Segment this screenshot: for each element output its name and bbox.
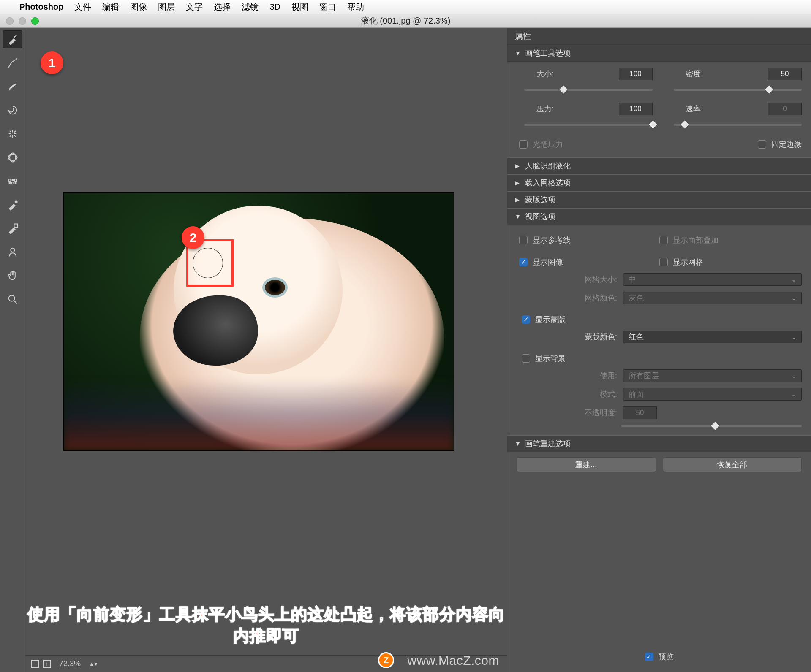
mac-menubar: Photoshop 文件 编辑 图像 图层 文字 选择 滤镜 3D 视图 窗口 … (0, 0, 811, 14)
window-zoom-button[interactable] (31, 17, 39, 25)
checkbox-pin-edges[interactable] (758, 140, 766, 149)
zoom-level[interactable]: 72.3% (55, 659, 85, 668)
label-mesh-size: 网格大小: (562, 274, 617, 285)
document-canvas[interactable] (63, 192, 454, 451)
annotation-marker-1: 1 (41, 51, 63, 74)
menu-filter[interactable]: 滤镜 (242, 1, 259, 13)
menu-file[interactable]: 文件 (74, 1, 91, 13)
menu-help[interactable]: 帮助 (347, 1, 364, 13)
chevron-down-icon: ⌄ (792, 391, 796, 398)
section-recon-header[interactable]: ▼画笔重建选项 (507, 435, 811, 452)
zoom-stepper-icon[interactable]: ▲▼ (89, 661, 98, 667)
section-brush-header[interactable]: ▼画笔工具选项 (507, 45, 811, 62)
checkbox-stylus[interactable] (519, 140, 528, 149)
label-bg-use: 使用: (562, 371, 617, 381)
select-mesh-size: 中⌄ (623, 273, 802, 286)
window-minimize-button[interactable] (19, 17, 26, 25)
chevron-down-icon: ⌄ (792, 295, 796, 301)
svg-rect-7 (14, 182, 16, 184)
label-bg-mode: 模式: (562, 389, 617, 399)
chevron-down-icon: ⌄ (792, 373, 796, 379)
checkbox-show-image[interactable]: ✓ (519, 258, 528, 266)
label-show-mesh: 显示网格 (673, 257, 703, 267)
checkbox-show-mask[interactable]: ✓ (522, 315, 530, 324)
zoom-in-button[interactable]: + (43, 660, 51, 668)
tool-thaw-mask[interactable] (3, 219, 22, 237)
svg-point-10 (11, 248, 14, 252)
svg-rect-2 (8, 179, 11, 181)
watermark-text: www.MacZ.com (407, 653, 499, 668)
menu-type[interactable]: 文字 (186, 1, 203, 13)
tool-zoom[interactable] (3, 290, 22, 308)
watermark-logo-icon: Z (379, 653, 393, 667)
checkbox-preview[interactable]: ✓ (645, 653, 653, 661)
svg-point-8 (14, 201, 17, 203)
checkbox-show-bg[interactable] (522, 354, 530, 363)
input-size[interactable] (619, 68, 653, 80)
tool-face[interactable] (3, 243, 22, 261)
disclosure-right-icon: ▶ (515, 163, 521, 169)
slider-density[interactable] (674, 89, 802, 91)
menu-select[interactable]: 选择 (214, 1, 231, 13)
section-recon-label: 画笔重建选项 (525, 439, 571, 449)
label-mask-color: 蒙版颜色: (562, 332, 617, 342)
section-brush-body: 大小: 密度: 压力: 速率: (507, 62, 811, 157)
section-mask-label: 蒙版选项 (525, 195, 555, 205)
menu-image[interactable]: 图像 (130, 1, 147, 13)
label-size: 大小: (524, 69, 554, 79)
disclosure-right-icon: ▶ (515, 196, 521, 203)
checkbox-show-guides[interactable] (519, 236, 528, 244)
section-mesh-header[interactable]: ▶载入网格选项 (507, 174, 811, 191)
checkbox-show-face-overlay (659, 236, 668, 244)
section-face-header[interactable]: ▶人脸识别液化 (507, 157, 811, 174)
window-title: 液化 (001.jpg @ 72.3%) (361, 15, 451, 27)
section-view-header[interactable]: ▼视图选项 (507, 208, 811, 225)
window-close-button[interactable] (6, 17, 14, 25)
section-mask-header[interactable]: ▶蒙版选项 (507, 191, 811, 208)
label-mesh-color: 网格颜色: (562, 293, 617, 303)
label-show-guides: 显示参考线 (533, 235, 571, 245)
chevron-down-icon: ⌄ (792, 276, 796, 283)
tool-bloat[interactable] (3, 149, 22, 166)
label-show-image: 显示图像 (533, 257, 563, 267)
menu-3d[interactable]: 3D (269, 2, 280, 12)
menu-view[interactable]: 视图 (291, 1, 308, 13)
menu-layer[interactable]: 图层 (158, 1, 175, 13)
tool-forward-warp[interactable] (3, 30, 22, 48)
section-view-body: 显示参考线 显示面部叠加 ✓显示图像 显示网格 网格大小:中⌄ 网格颜色:灰色⌄… (507, 225, 811, 435)
slider-size[interactable] (524, 89, 653, 91)
tool-reconstruct[interactable] (3, 54, 22, 72)
properties-panel: 属性 ▼画笔工具选项 大小: 密度: 压力: (507, 28, 811, 672)
restore-all-button[interactable]: 恢复全部 (663, 457, 802, 472)
section-mesh-label: 载入网格选项 (525, 178, 571, 188)
svg-point-11 (8, 295, 14, 301)
section-brush-label: 画笔工具选项 (525, 48, 571, 58)
tool-twirl[interactable] (3, 101, 22, 119)
disclosure-right-icon: ▶ (515, 179, 521, 186)
label-density: 密度: (674, 69, 703, 79)
label-preview: 预览 (659, 652, 674, 662)
menu-edit[interactable]: 编辑 (102, 1, 119, 13)
input-pressure[interactable] (619, 103, 653, 115)
section-view-label: 视图选项 (525, 211, 555, 222)
tool-freeze-mask[interactable] (3, 196, 22, 214)
zoom-out-button[interactable]: − (31, 660, 39, 668)
tool-push-left[interactable] (3, 172, 22, 190)
annotation-marker-2: 2 (182, 226, 204, 249)
window-titlebar: 液化 (001.jpg @ 72.3%) (0, 14, 811, 28)
slider-rate (674, 124, 802, 126)
menu-window[interactable]: 窗口 (319, 1, 336, 13)
rebuild-button[interactable]: 重建... (517, 457, 656, 472)
slider-pressure[interactable] (524, 124, 653, 126)
label-bg-opacity: 不透明度: (562, 408, 617, 418)
app-name[interactable]: Photoshop (19, 2, 63, 12)
select-bg-use: 所有图层⌄ (623, 369, 802, 382)
chevron-down-icon: ⌄ (792, 334, 796, 340)
input-density[interactable] (768, 68, 802, 80)
tool-hand[interactable] (3, 267, 22, 285)
tool-pucker[interactable] (3, 125, 22, 143)
select-mask-color[interactable]: 红色⌄ (623, 331, 802, 343)
tool-smooth[interactable] (3, 78, 22, 95)
label-show-face-overlay: 显示面部叠加 (673, 235, 718, 245)
checkbox-show-mesh[interactable] (659, 258, 668, 266)
